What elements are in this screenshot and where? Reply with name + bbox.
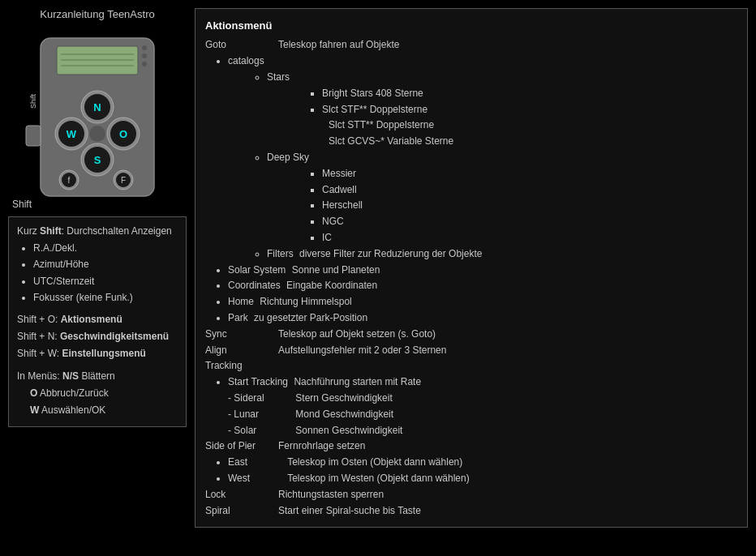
start-tracking-desc: Nachführung starten mit Rate	[294, 376, 421, 387]
w-desc: Auswählen/OK	[39, 404, 105, 416]
o-desc: Abbruch/Zurück	[37, 387, 108, 399]
sop-list: East Teleskop im Osten (Objekt dann wähl…	[228, 455, 737, 487]
lunar-item: - Lunar Mond Geschwindigkeit	[228, 407, 737, 423]
coordinates-label: Coordinates	[228, 280, 281, 291]
ns-bold: N/S	[62, 370, 79, 382]
align-label: Align	[205, 343, 278, 359]
slct-stt-text: Slct STT** Doppelsterne	[329, 119, 434, 130]
shift-n-line: Shift + N: Geschwindigkeitsmenü	[17, 329, 178, 344]
w-auswahlen-line: W Auswählen/OK	[30, 403, 178, 418]
tracking-list: Start Tracking Nachführung starten mit R…	[228, 374, 737, 438]
tracking-row: Tracking	[205, 358, 737, 374]
lunar-label: - Lunar	[228, 407, 293, 423]
svg-text:f: f	[68, 176, 71, 185]
page-title: Kurzanleitung TeenAstro	[8, 8, 187, 20]
einstellungsmenu-bold: Einstellungsmenü	[62, 348, 145, 359]
controller-graphic: N W O S f	[24, 30, 170, 208]
sideral-desc: Stern Geschwindigkeit	[295, 392, 392, 404]
solar-desc: Sonnen Geschwindigkeit	[295, 425, 402, 436]
list-item: Fokusser (keine Funk.)	[33, 290, 178, 306]
o-abbruch-line: O Abbruch/Zurück	[30, 386, 178, 401]
svg-rect-27	[26, 126, 41, 146]
svg-point-6	[142, 53, 147, 58]
sideral-label: - Sideral	[228, 391, 293, 407]
west-label: West	[228, 471, 285, 487]
solar-label: - Solar	[228, 423, 293, 439]
aktionsmenu-bold: Aktionsmenü	[61, 314, 122, 325]
tracking-sub-list: - Sideral Stern Geschwindigkeit - Lunar …	[228, 391, 737, 438]
tracking-label: Tracking	[205, 358, 278, 374]
ic-item: IC	[322, 230, 737, 246]
coordinates-desc: Eingabe Koordinaten	[286, 280, 377, 291]
shift-bold: Shift	[40, 225, 62, 237]
inmenu-pre: In Menüs:	[17, 370, 62, 382]
svg-point-5	[142, 45, 147, 50]
geschwindigkeitsmenu-bold: Geschwindigkeitsmenü	[60, 331, 169, 342]
sideral-item: - Sideral Stern Geschwindigkeit	[228, 391, 737, 407]
right-panel-title: Aktionsmenü	[205, 17, 737, 34]
slct-stf-item: Slct STF** Doppelsterne	[322, 102, 737, 118]
stars-sub-list: Bright Stars 408 Sterne Slct STF** Doppe…	[322, 86, 737, 150]
spiral-label: Spiral	[205, 503, 278, 520]
start-tracking-label: Start Tracking	[228, 376, 288, 387]
svg-point-20	[89, 126, 105, 142]
slct-stt-item: Slct STT** Doppelsterne	[322, 118, 737, 134]
svg-text:O: O	[119, 128, 127, 140]
stars-list: Stars Bright Stars 408 Sterne Slct STF**…	[267, 70, 737, 263]
deep-sky-item: Deep Sky Messier Cadwell Herschell NGC I…	[267, 150, 737, 246]
solar-system-label: Solar System	[228, 264, 286, 276]
goto-desc: Teleskop fahren auf Objekte	[278, 37, 737, 53]
sync-label: Sync	[205, 327, 278, 343]
solar-system-item: Solar System Sonne und Planeten	[228, 263, 737, 279]
goto-label: Goto	[205, 37, 278, 53]
shift-o-pre: Shift + O:	[17, 314, 61, 325]
park-desc: zu gesetzter Park-Position	[254, 312, 367, 323]
catalogs-item: catalogs Stars Bright Stars 408 Sterne S…	[228, 53, 737, 262]
filters-label: Filters	[267, 248, 294, 259]
shift-w-pre: Shift + W:	[17, 348, 62, 359]
park-label: Park	[228, 312, 248, 323]
right-panel: Aktionsmenü Goto Teleskop fahren auf Obj…	[195, 8, 748, 528]
deep-sky-list: Messier Cadwell Herschell NGC IC	[322, 166, 737, 246]
bright-stars-item: Bright Stars 408 Sterne	[322, 86, 737, 102]
east-label: East	[228, 455, 285, 471]
east-item: East Teleskop im Osten (Objekt dann wähl…	[228, 455, 737, 471]
west-item: West Teleskop im Westen (Objekt dann wäh…	[228, 471, 737, 487]
east-desc: Teleskop im Osten (Objekt dann wählen)	[287, 456, 462, 468]
align-desc: Aufstellungsfehler mit 2 oder 3 Sternen	[278, 343, 737, 359]
shift-n-pre: Shift + N:	[17, 331, 60, 342]
list-item: Azimut/Höhe	[33, 257, 178, 272]
slct-gcvs-text: Slct GCVS~* Variable Sterne	[329, 135, 453, 147]
lock-desc: Richtungstasten sperren	[278, 487, 737, 503]
shift-w-line: Shift + W: Einstellungsmenü	[17, 346, 178, 361]
park-item: Park zu gesetzter Park-Position	[228, 310, 737, 327]
stars-item: Stars Bright Stars 408 Sterne Slct STF**…	[267, 70, 737, 150]
info-box: Kurz Shift: Durchschalten Anzeigen R.A./…	[8, 216, 187, 427]
coordinates-item: Coordinates Eingabe Koordinaten	[228, 278, 737, 294]
shift-desc: : Durchschalten Anzeigen	[62, 225, 172, 237]
svg-text:W: W	[67, 128, 77, 140]
solar-system-desc: Sonne und Planeten	[292, 264, 380, 276]
messier-item: Messier	[322, 166, 737, 182]
filters-desc: diverse Filter zur Reduzierung der Objek…	[299, 248, 482, 259]
home-label: Home	[228, 296, 254, 307]
solar-item: - Solar Sonnen Geschwindigkeit	[228, 423, 737, 439]
lunar-desc: Mond Geschwindigkeit	[295, 408, 393, 420]
west-desc: Teleskop im Westen (Objekt dann wählen)	[287, 473, 470, 484]
cadwell-item: Cadwell	[322, 182, 737, 199]
sop-label: Side of Pier	[205, 438, 278, 455]
shift-o-line: Shift + O: Aktionsmenü	[17, 312, 178, 327]
shift-info-line: Kurz Shift: Durchschalten Anzeigen	[17, 224, 178, 239]
home-desc: Richtung Himmelspol	[260, 296, 351, 307]
filters-item: Filters diverse Filter zur Reduzierung d…	[267, 246, 737, 263]
svg-text:Shift: Shift	[29, 93, 37, 109]
svg-point-7	[142, 62, 147, 66]
sop-row: Side of Pier Fernrohrlage setzen	[205, 438, 737, 455]
left-panel: Kurzanleitung TeenAstro N	[8, 8, 187, 528]
herschell-item: Herschell	[322, 198, 737, 214]
align-row: Align Aufstellungsfehler mit 2 oder 3 St…	[205, 343, 737, 359]
inmenu-post: Blättern	[79, 370, 115, 382]
spiral-row: Spiral Start einer Spiral-suche bis Tast…	[205, 503, 737, 520]
svg-text:S: S	[94, 154, 101, 166]
list-item: R.A./Dekl.	[33, 241, 178, 256]
